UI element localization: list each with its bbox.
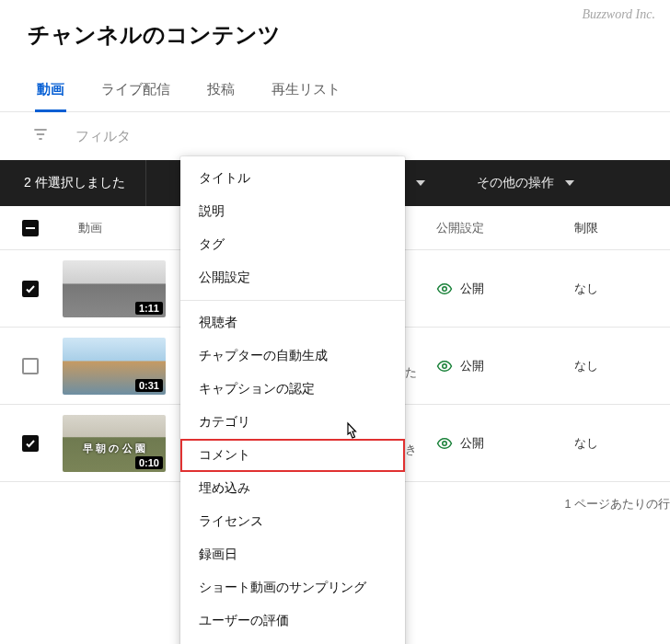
tab-playlists[interactable]: 再生リスト: [270, 72, 342, 111]
video-thumbnail[interactable]: 1:11: [63, 260, 166, 317]
select-all-checkbox[interactable]: [22, 220, 39, 236]
svg-point-4: [443, 363, 447, 368]
menu-separator: [180, 300, 405, 301]
restriction-label: なし: [574, 358, 648, 374]
video-thumbnail[interactable]: 早 朝 の 公 園 0:10: [63, 415, 166, 472]
tab-video[interactable]: 動画: [35, 72, 66, 111]
restriction-label: なし: [574, 435, 648, 452]
video-duration: 0:10: [135, 456, 163, 469]
tab-live[interactable]: ライブ配信: [99, 72, 172, 111]
tab-posts[interactable]: 投稿: [205, 72, 237, 111]
filter-input[interactable]: フィルタ: [75, 128, 131, 145]
restriction-label: なし: [574, 281, 648, 297]
other-ops-label: その他の操作: [477, 175, 554, 191]
rows-per-page-label: 1 ページあたりの行: [565, 497, 670, 512]
video-thumbnail[interactable]: 0:31: [63, 338, 166, 395]
edit-menu: タイトル説明タグ公開設定視聴者チャプターの自動生成キャプションの認定カテゴリコメ…: [180, 156, 405, 644]
menu-item-タグ[interactable]: タグ: [180, 228, 405, 261]
visibility-label: 公開: [460, 358, 484, 374]
menu-item-ユーザーの評価[interactable]: ユーザーの評価: [180, 604, 405, 638]
eye-icon: [436, 435, 453, 452]
svg-point-3: [443, 286, 447, 291]
menu-item-ショート動画のサンプリング[interactable]: ショート動画のサンプリング: [180, 571, 405, 604]
tabs: 動画 ライブ配信 投稿 再生リスト: [0, 66, 670, 112]
menu-item-埋め込み[interactable]: 埋め込み: [180, 472, 405, 505]
menu-item-録画日[interactable]: 録画日: [180, 538, 405, 571]
thumb-overlay-text: 早 朝 の 公 園: [63, 442, 166, 455]
menu-item-視聴者[interactable]: 視聴者: [180, 306, 405, 339]
menu-item-キャプションの認定[interactable]: キャプションの認定: [180, 373, 405, 406]
eye-icon: [436, 358, 453, 374]
page-title: チャンネルのコンテンツ: [0, 0, 670, 59]
video-duration: 0:31: [135, 379, 163, 392]
watermark: Buzzword Inc.: [582, 7, 655, 22]
selection-count: 2 件選択しました: [24, 175, 125, 191]
other-ops-dropdown-button[interactable]: その他の操作: [477, 175, 574, 191]
visibility-label: 公開: [460, 281, 484, 297]
chevron-down-icon: [416, 180, 425, 186]
menu-item-説明[interactable]: 説明: [180, 195, 405, 228]
menu-item-タイトル[interactable]: タイトル: [180, 162, 405, 195]
svg-point-5: [443, 441, 447, 445]
video-duration: 1:11: [135, 302, 163, 315]
filter-icon[interactable]: [31, 125, 50, 147]
row-checkbox[interactable]: [22, 281, 39, 297]
row-checkbox[interactable]: [22, 435, 39, 452]
menu-item-公開設定[interactable]: 公開設定: [180, 261, 405, 294]
menu-item-コメント[interactable]: コメント: [180, 439, 405, 472]
visibility-label: 公開: [460, 435, 484, 452]
eye-icon: [436, 281, 453, 297]
menu-item-カテゴリ[interactable]: カテゴリ: [180, 406, 405, 439]
filter-row: フィルタ: [0, 112, 670, 160]
divider: [145, 160, 146, 206]
row-checkbox[interactable]: [22, 358, 39, 374]
menu-item-チャプターの自動生成[interactable]: チャプターの自動生成: [180, 339, 405, 373]
menu-item-ライセンス[interactable]: ライセンス: [180, 505, 405, 538]
chevron-down-icon: [565, 180, 574, 186]
col-header-restriction: 制限: [574, 220, 648, 236]
menu-item-動画の言語[interactable]: 動画の言語: [180, 638, 405, 644]
col-header-visibility: 公開設定: [436, 220, 574, 236]
truncated-text: き: [405, 442, 417, 458]
truncated-text: た: [405, 364, 417, 381]
